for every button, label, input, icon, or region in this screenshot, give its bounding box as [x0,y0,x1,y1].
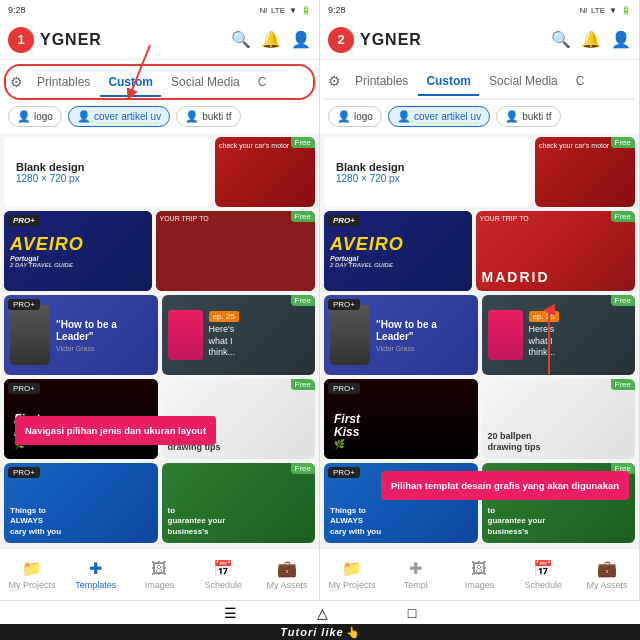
madrid-card-left[interactable]: YOUR TRIP TO MADRID Free [156,211,316,291]
tag-cover-left[interactable]: 👤 cover artikel uv [68,106,170,127]
screen-badge-right: 2 [328,27,354,53]
top-nav-right: 2 YGNER 🔍 🔔 👤 [320,20,639,60]
pro-badge-things-left: PRO+ [8,467,40,478]
think-card-left[interactable]: ep. 25 Here'swhat Ithink... Free [162,295,316,375]
free-badge-car-left: Free [291,137,315,148]
blank-design-row-right: Blank design 1280 × 720 px check your ca… [324,137,635,207]
tab-custom-left[interactable]: Custom [100,69,161,97]
blank-design-size-left: 1280 × 720 px [16,173,199,184]
tab-more-left[interactable]: C [250,69,275,95]
blank-design-card-left[interactable]: Blank design 1280 × 720 px [4,137,211,207]
pro-badge-things-right: PRO+ [328,467,360,478]
back-icon[interactable]: □ [408,605,416,621]
brand-name-left: YGNER [40,31,225,49]
watermark-text: Tutori like [280,626,343,638]
madrid-card-right[interactable]: YOUR TRIP TO MADRID Free [476,211,636,291]
template-row3-right: FirstKiss 🌿 PRO+ 20 ballpendrawing tips … [324,379,635,459]
template-row1-right: AVEIRO Portugal 2 DAY TRAVEL GUIDE PRO+ … [324,211,635,291]
nav-myprojects-right[interactable]: 📁 My Projects [320,549,384,600]
menu-icon[interactable]: ☰ [224,605,237,621]
search-icon-right[interactable]: 🔍 [551,30,571,49]
home-icon[interactable]: △ [317,605,328,621]
free-badge-madrid-right: Free [611,211,635,222]
search-icon-left[interactable]: 🔍 [231,30,251,49]
leader-card-right[interactable]: "How to be a Leader" Victor Grass PRO+ [324,295,478,375]
car-template-left[interactable]: check your car's motor Free [215,137,315,207]
pro-badge-kiss-left: PRO+ [8,383,40,394]
nav-schedule-left[interactable]: 📅 Schedule [191,549,255,600]
nav-templates-right[interactable]: ✚ Templ [384,549,448,600]
tag-bukti-right[interactable]: 👤 bukti tf [496,106,560,127]
nav-icons-right: 🔍 🔔 👤 [551,30,631,49]
free-badge-ballpen-left: Free [291,379,315,390]
nav-templates-left[interactable]: ✚ Templates [64,549,128,600]
tag-logo-right[interactable]: 👤 logo [328,106,382,127]
hand-icon: 👆 [346,626,360,639]
tag-logo-left[interactable]: 👤 logo [8,106,62,127]
aveiro-card-left[interactable]: AVEIRO Portugal 2 DAY TRAVEL GUIDE PRO+ [4,211,152,291]
free-badge-madrid-left: Free [291,211,315,222]
nav-assets-right[interactable]: 💼 My Assets [575,549,639,600]
status-time-left: 9:28 [8,5,26,15]
tab-more-right[interactable]: C [568,68,593,94]
right-screen: 9:28 Nl LTE ▼ 🔋 2 YGNER 🔍 🔔 👤 [320,0,640,600]
blank-design-card-right[interactable]: Blank design 1280 × 720 px [324,137,531,207]
status-icons-left: Nl LTE ▼ 🔋 [259,6,311,15]
tab-bar-left: ⚙ Printables Custom Social Media C [4,64,315,100]
bell-icon-right[interactable]: 🔔 [581,30,601,49]
tab-printables-left[interactable]: Printables [29,69,98,95]
user-icon-left[interactable]: 👤 [291,30,311,49]
nav-icons-left: 🔍 🔔 👤 [231,30,311,49]
pro-badge-leader-left: PRO+ [8,299,40,310]
business-card-left[interactable]: toguarantee yourbusiness's Free [162,463,316,543]
aveiro-card-right[interactable]: AVEIRO Portugal 2 DAY TRAVEL GUIDE PRO+ [324,211,472,291]
tag-bukti-left[interactable]: 👤 bukti tf [176,106,240,127]
tab-printables-right[interactable]: Printables [347,68,416,94]
tab-social-left[interactable]: Social Media [163,69,248,95]
car-template-right[interactable]: check your car's motor Free [535,137,635,207]
tag-bar-right: 👤 logo 👤 cover artikel uv 👤 bukti tf [320,100,639,133]
nav-myprojects-left[interactable]: 📁 My Projects [0,549,64,600]
watermark-bar: Tutori like 👆 [0,624,640,640]
template-row4-left: Things toALWAYScary with you PRO+ toguar… [4,463,315,543]
bottom-nav-left: 📁 My Projects ✚ Templates 🖼 Images 📅 Sch… [0,548,319,600]
template-row3-left: FirstKiss 🌿 PRO+ 20 ballpendrawing tips … [4,379,315,459]
content-area-right: Blank design 1280 × 720 px check your ca… [320,133,639,548]
status-icons-right: Nl LTE ▼ 🔋 [579,6,631,15]
template-row2-right: "How to be a Leader" Victor Grass PRO+ e… [324,295,635,375]
blank-design-row-left: Blank design 1280 × 720 px check your ca… [4,137,315,207]
left-screen: 9:28 Nl LTE ▼ 🔋 1 YGNER 🔍 🔔 👤 [0,0,320,600]
filter-icon-right[interactable]: ⚙ [328,73,341,89]
free-badge-business-right: Free [611,463,635,474]
kiss-card-left[interactable]: FirstKiss 🌿 PRO+ [4,379,158,459]
nav-schedule-right[interactable]: 📅 Schedule [511,549,575,600]
things-card-right[interactable]: Things toALWAYScary with you PRO+ [324,463,478,543]
free-badge-think-left: Free [291,295,315,306]
tab-bar-right: ⚙ Printables Custom Social Media C [324,64,635,100]
blank-design-title-left: Blank design [16,161,199,173]
leader-card-left[interactable]: "How to be a Leader" Victor Grass PRO+ [4,295,158,375]
tag-cover-right[interactable]: 👤 cover artikel uv [388,106,490,127]
pro-badge-leader-right: PRO+ [328,299,360,310]
bell-icon-left[interactable]: 🔔 [261,30,281,49]
tab-custom-right[interactable]: Custom [418,68,479,96]
filter-icon-left[interactable]: ⚙ [10,74,23,90]
nav-assets-left[interactable]: 💼 My Assets [255,549,319,600]
ballpen-card-right[interactable]: 20 ballpendrawing tips Free [482,379,636,459]
nav-images-left[interactable]: 🖼 Images [128,549,192,600]
think-card-right[interactable]: ep. 25 Here'swhat Ithink... Free [482,295,636,375]
bottom-nav-right: 📁 My Projects ✚ Templ 🖼 Images 📅 Schedul… [320,548,639,600]
user-icon-right[interactable]: 👤 [611,30,631,49]
pro-badge-kiss-right: PRO+ [328,383,360,394]
tag-bar-left: 👤 logo 👤 cover artikel uv 👤 bukti tf [0,100,319,133]
tab-social-right[interactable]: Social Media [481,68,566,94]
things-card-left[interactable]: Things toALWAYScary with you PRO+ [4,463,158,543]
bottom-bar: ☰ △ □ [0,600,640,624]
free-badge-ballpen-right: Free [611,379,635,390]
ballpen-card-left[interactable]: 20 ballpendrawing tips Free [162,379,316,459]
nav-images-right[interactable]: 🖼 Images [448,549,512,600]
kiss-card-right[interactable]: FirstKiss 🌿 PRO+ [324,379,478,459]
blank-design-size-right: 1280 × 720 px [336,173,519,184]
business-card-right[interactable]: toguarantee yourbusiness's Free [482,463,636,543]
template-row1-left: AVEIRO Portugal 2 DAY TRAVEL GUIDE PRO+ … [4,211,315,291]
